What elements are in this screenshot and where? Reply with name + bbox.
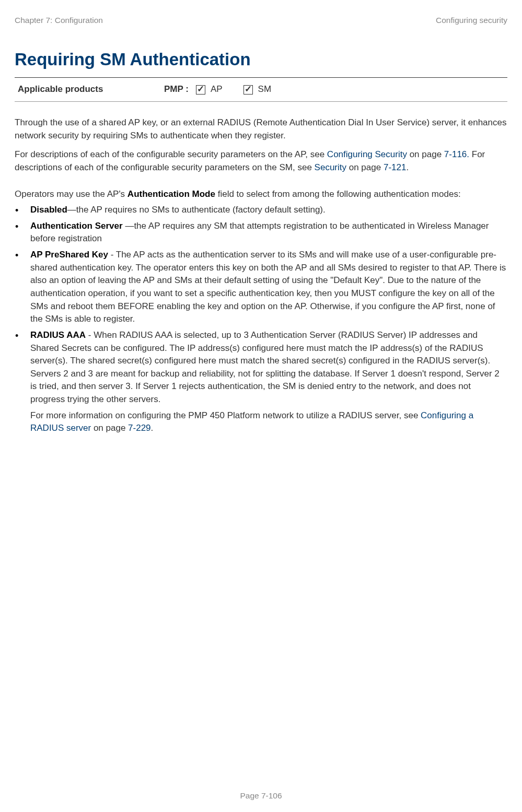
para2-text-d: on page [349,162,384,172]
auth-mode-list: Disabled—the AP requires no SMs to authe… [15,204,507,406]
applicable-label: Applicable products [18,83,164,96]
option-sm: SM [258,83,272,96]
bullet-text-preshared: - The AP acts as the authentication serv… [30,250,506,324]
more-info-a: For more information on configuring the … [30,410,421,420]
paragraph-authmode: Operators may use the AP's Authenticatio… [15,188,507,201]
link-page-7-121[interactable]: 7-121 [384,162,406,172]
pmp-label: PMP : [164,83,189,96]
bullet-bold-disabled: Disabled [30,205,67,215]
para2-text-e: . [406,162,409,172]
more-info-b: on page [91,423,128,433]
page-title: Requiring SM Authentication [15,47,507,72]
list-item-disabled: Disabled—the AP requires no SMs to authe… [15,204,507,217]
more-info-c: . [151,423,154,433]
header-right: Configuring security [436,15,507,26]
bullet-bold-preshared: AP PreShared Key [30,250,108,260]
para2-text-a: For descriptions of each of the configur… [15,149,327,159]
page-header: Chapter 7: Configuration Configuring sec… [15,15,507,26]
list-item-authserver: Authentication Server —the AP requires a… [15,220,507,245]
radius-more-info: For more information on configuring the … [15,409,507,435]
bullet-text-disabled: —the AP requires no SMs to authenticate … [67,205,326,215]
link-security[interactable]: Security [315,162,349,172]
applicable-products-row: Applicable products PMP : AP SM [15,77,507,102]
paragraph-descriptions: For descriptions of each of the configur… [15,148,507,174]
checkbox-sm [243,85,253,95]
header-left: Chapter 7: Configuration [15,15,103,26]
bullet-text-radius: - When RADIUS AAA is selected, up to 3 A… [30,330,500,404]
option-ap: AP [211,83,223,96]
bullet-bold-authserver: Authentication Server [30,221,125,231]
checkbox-ap [196,85,205,95]
link-page-7-116[interactable]: 7-116. [444,149,469,159]
page-number: Page 7-106 [240,790,282,802]
list-item-radius: RADIUS AAA - When RADIUS AAA is selected… [15,329,507,406]
para3-text-b: field to select from among the following… [215,189,461,199]
bullet-bold-radius: RADIUS AAA [30,330,86,340]
authentication-mode-bold: Authentication Mode [127,189,215,199]
paragraph-intro: Through the use of a shared AP key, or a… [15,116,507,142]
para3-text-a: Operators may use the AP's [15,189,127,199]
para2-text-b: on page [407,149,444,159]
link-configuring-security[interactable]: Configuring Security [327,149,407,159]
link-page-7-229[interactable]: 7-229 [128,423,150,433]
list-item-preshared: AP PreShared Key - The AP acts as the au… [15,249,507,326]
